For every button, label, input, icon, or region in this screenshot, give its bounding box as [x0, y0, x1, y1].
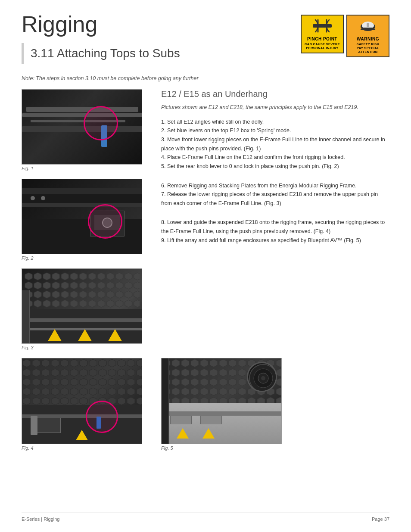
- figures-col: Fig. 1 Fig. 2: [22, 89, 151, 358]
- svg-rect-9: [24, 272, 140, 311]
- fig3-triangle-1: [48, 329, 62, 341]
- section-title: 3.11 Attaching Tops to Subs: [31, 47, 180, 60]
- steps-group-3: 8. Lower and guide the suspended E218 on…: [161, 218, 389, 245]
- svg-rect-6: [361, 29, 375, 30]
- fig4-hardware-1: [35, 418, 61, 433]
- note-text: Note: The steps in section 3.10 must be …: [22, 75, 389, 81]
- fig1-rail-2: [22, 113, 142, 117]
- svg-rect-7: [367, 23, 369, 27]
- fig2-top-rail: [22, 188, 142, 195]
- fig5-triangle-2: [202, 428, 215, 439]
- figure-5-image: [161, 358, 282, 444]
- subsection-title: E12 / E15 as an Underhang: [161, 89, 389, 99]
- warning-icon: [358, 18, 377, 36]
- fig3-rail-h1: [22, 318, 142, 322]
- page-title: Rigging: [22, 13, 301, 35]
- header: Rigging 3.11 Attaching Tops to Subs: [22, 13, 389, 64]
- figure-1-image: [22, 89, 142, 165]
- text-col: E12 / E15 as an Underhang Pictures shown…: [161, 89, 389, 358]
- pinch-point-badge: PINCH POINT CAN CAUSE SEVEREPERSONAL INJ…: [301, 15, 344, 53]
- fig2-dot-2: [41, 196, 45, 200]
- svg-point-17: [261, 376, 265, 380]
- fig3-left-bar: [22, 290, 30, 344]
- figure-2-caption: Fig. 2: [22, 255, 151, 261]
- fig5-frame-rail: [162, 411, 281, 416]
- fig2-circle-highlight: [88, 204, 122, 239]
- fig5-bracket-2: [200, 416, 222, 424]
- fig5-left-col: [162, 358, 169, 444]
- svg-rect-0: [313, 24, 332, 28]
- warning-badges: PINCH POINT CAN CAUSE SEVEREPERSONAL INJ…: [301, 15, 389, 57]
- svg-rect-11: [22, 358, 142, 410]
- fig1-bar: [22, 126, 142, 132]
- pinch-point-title: PINCH POINT: [307, 37, 337, 41]
- fig5-triangle-1: [177, 428, 189, 439]
- page-footer: E-Series | Rigging Page 37: [22, 513, 389, 522]
- figure-block-4: Fig. 4: [22, 358, 151, 453]
- bottom-row: Fig. 4: [22, 358, 389, 458]
- fig4-hex-svg: [22, 358, 142, 410]
- fig4-triangle: [76, 430, 88, 440]
- fig3-hex-svg: [24, 271, 140, 312]
- figure-4-image: [22, 358, 142, 444]
- fig3-triangle-2: [78, 329, 92, 341]
- figure-1-caption: Fig. 1: [22, 166, 151, 171]
- fig1-circle-highlight: [84, 106, 118, 140]
- fig4-circle-highlight: [86, 401, 118, 433]
- figure-3-image: [22, 268, 142, 344]
- fig2-dot-1: [31, 196, 35, 200]
- fig5-bracket-1: [170, 416, 192, 424]
- section-title-row: 3.11 Attaching Tops to Subs: [22, 43, 301, 64]
- pinch-point-subtitle: CAN CAUSE SEVEREPERSONAL INJURY: [305, 42, 340, 50]
- fig1-rail-1: [26, 107, 138, 112]
- header-left: Rigging 3.11 Attaching Tops to Subs: [22, 13, 301, 64]
- figure-block-3: Fig. 3: [22, 268, 151, 353]
- header-divider: [22, 70, 389, 70]
- figure-5-caption: Fig. 5: [161, 445, 389, 451]
- fig4-pin-1: [31, 416, 37, 435]
- italic-note: Pictures shown are E12 and E218, the sam…: [161, 103, 389, 112]
- fig5-speaker: [247, 362, 277, 392]
- figure-block-2: Fig. 2: [22, 179, 151, 263]
- figure-block-1: Fig. 1: [22, 89, 151, 174]
- content-grid: Fig. 1 Fig. 2: [22, 89, 389, 358]
- warning-badge: WARNING SAFETY RISKPAY SPECIAL ATTENTION: [346, 15, 389, 57]
- figure-2-image: [22, 179, 142, 254]
- fig3-hex-area: [22, 269, 142, 312]
- page: Rigging 3.11 Attaching Tops to Subs: [0, 0, 411, 532]
- fig4-hex-bg: [22, 358, 142, 410]
- footer-left: E-Series | Rigging: [22, 516, 59, 522]
- figure-3-caption: Fig. 3: [22, 345, 151, 350]
- fig4-rail: [22, 414, 142, 418]
- steps-group-2: 6. Remove Rigging and Stacking Plates fr…: [161, 181, 389, 208]
- fig2-dots-row: [22, 194, 142, 203]
- figure-4-caption: Fig. 4: [22, 445, 151, 451]
- warning-title: WARNING: [357, 37, 379, 41]
- fig3-triangle-3: [108, 329, 122, 341]
- section-bar: [22, 43, 24, 64]
- footer-right: Page 37: [372, 516, 389, 522]
- pinch-point-icon: [312, 18, 333, 36]
- fig2-mid-rail: [22, 203, 142, 207]
- figure-block-5: Fig. 5: [161, 358, 389, 453]
- warning-subtitle: SAFETY RISKPAY SPECIAL ATTENTION: [349, 42, 387, 54]
- steps-group-1: 1. Set all E12 angles while still on the…: [161, 118, 389, 171]
